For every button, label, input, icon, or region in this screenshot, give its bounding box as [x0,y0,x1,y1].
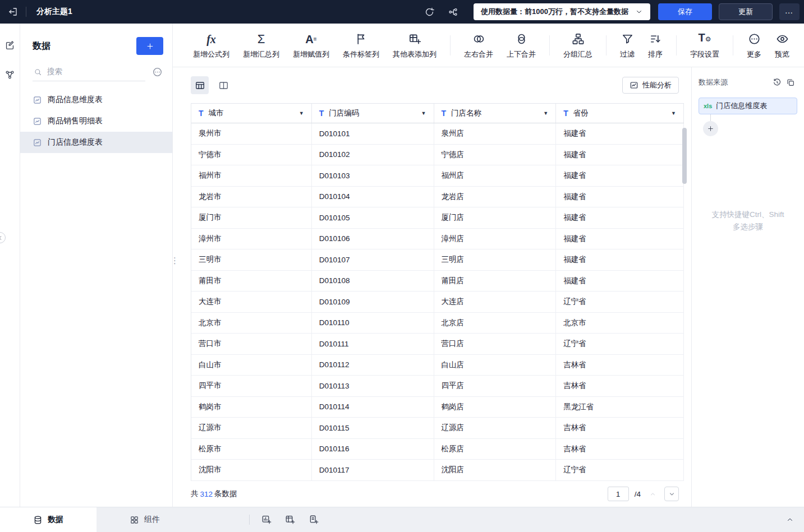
add-step-button[interactable] [703,121,718,136]
toolbar-more-circle-button[interactable]: 更多 [747,31,761,59]
performance-analysis-button[interactable]: 性能分析 [622,77,679,94]
table-cell: 福建省 [556,123,684,144]
toolbar-merge-lr-button[interactable]: 左右合并 [464,31,493,59]
column-header[interactable]: T城市▼ [191,104,312,123]
column-dropdown-icon[interactable]: ▼ [299,110,304,116]
column-header[interactable]: T门店名称▼ [434,104,557,123]
column-header[interactable]: T门店编码▼ [312,104,434,123]
flow-button[interactable] [444,3,461,20]
add-chart-button[interactable] [261,514,272,525]
table-cell: 宁德市 [191,145,312,165]
table-cell: D010116 [312,439,434,460]
reuse-button[interactable] [784,76,797,89]
assign-icon: A≡ [305,31,316,45]
sidebar-table-item[interactable]: 商品销售明细表 [20,110,172,132]
history-button[interactable] [770,76,784,89]
toolbar-tag-button[interactable]: 条件标签列 [343,31,379,59]
field-settings-icon: T⚙ [699,31,711,45]
table-cell: 北京店 [434,313,557,334]
toolbar-separator [676,35,677,55]
grid-view-icon [195,80,205,91]
table-cell: D010104 [312,187,434,207]
group-icon [572,31,585,45]
table-row: 泉州市D010101泉州店福建省 [191,123,684,145]
refresh-button[interactable] [421,3,438,20]
table-cell: 鹤岗店 [434,397,557,418]
page-input[interactable] [608,487,629,501]
table-cell: 三明店 [434,249,557,270]
toolbar-assign-button[interactable]: A≡新增赋值列 [293,31,329,59]
board-view-toggle[interactable] [214,76,232,94]
grid-view-toggle[interactable] [191,76,209,94]
edit-subject-button[interactable] [4,39,16,52]
toolbar-sigma-button[interactable]: Σ新增汇总列 [243,31,279,59]
table-cell: 三明市 [191,249,312,270]
sidebar-search-row: 搜索 [33,63,163,81]
table-cell: 松原店 [434,439,557,460]
add-table-button[interactable] [136,37,163,55]
table-cell: D010108 [312,271,434,292]
column-dropdown-icon[interactable]: ▼ [543,110,548,116]
components-icon [130,515,139,525]
exit-button[interactable] [0,0,26,24]
column-dropdown-icon[interactable]: ▼ [421,110,426,116]
table-cell: 福建省 [556,187,684,207]
toolbar-preview-button[interactable]: 预览 [775,31,789,59]
chevron-up-icon [786,516,794,524]
toolbar-field-settings-button[interactable]: T⚙字段设置 [690,31,719,59]
table-scrollbar[interactable] [682,128,687,184]
table-row: 宁德市D010102宁德店福建省 [191,145,684,166]
hint-line-1: 支持快捷键Ctrl、Shift [692,209,804,221]
table-cell: 福建省 [556,207,684,228]
text-field-icon: T [442,109,447,118]
data-limit-select[interactable]: 使用数据量：前1000万行，暂不支持全量数据 [474,3,650,20]
search-input[interactable]: 搜索 [33,63,145,81]
table-cell: 辽源店 [434,418,557,438]
column-header[interactable]: T省份▼ [556,104,684,123]
table-chart-icon [33,138,42,147]
table-cell: 漳州店 [434,229,557,249]
toolbar-formula-button[interactable]: fx新增公式列 [193,31,229,59]
data-connection-button[interactable] [4,68,16,81]
toolbar-merge-tb-button[interactable]: 上下合并 [507,31,536,59]
toolbar-filter-button[interactable]: 过滤 [620,31,635,59]
table-cell: 沈阳市 [191,460,312,480]
source-step-item[interactable]: xls 门店信息维度表 [699,98,797,114]
tab-database[interactable]: 数据 [0,507,97,532]
add-report-button[interactable] [308,514,319,525]
tab-components[interactable]: 组件 [97,507,193,532]
sidebar-title: 数据 [33,40,50,52]
source-step-label: 门店信息维度表 [716,101,767,111]
toolbar-separator [606,35,607,55]
topbar-more-button[interactable]: … [779,3,800,20]
toolbar-group-button[interactable]: 分组汇总 [563,31,592,59]
pagination: /4 [608,487,679,501]
save-button[interactable]: 保存 [658,3,712,20]
column-dropdown-icon[interactable]: ▼ [671,110,676,116]
table-cell: 泉州店 [434,123,557,144]
table-cell: D010101 [312,123,434,144]
table-cell: 吉林省 [556,418,684,438]
table-row: 北京市D010110北京店北京市 [191,313,684,334]
chevron-left-icon [0,235,3,241]
table-cell: D010112 [312,355,434,376]
sidebar-table-item[interactable]: 门店信息维度表 [20,132,172,153]
sort-icon [649,31,662,45]
update-button[interactable]: 更新 [719,3,773,20]
search-options-button[interactable] [151,66,163,78]
table-cell: 龙岩市 [191,187,312,207]
table-cell: 大连市 [191,292,312,312]
collapse-bottombar-button[interactable] [783,512,797,527]
page-down-button[interactable] [664,487,679,501]
toolbar-sort-button[interactable]: 排序 [648,31,663,59]
table-row: 莆田市D010108莆田店福建省 [191,271,684,292]
page-up-button[interactable] [646,488,659,500]
toolbar-table-add-button[interactable]: 其他表添加列 [393,31,437,59]
table-row: 大连市D010109大连店辽宁省 [191,292,684,313]
add-table-button[interactable] [284,514,296,525]
sidebar-table-item[interactable]: 商品信息维度表 [20,89,172,110]
table-cell: 福建省 [556,165,684,186]
doc-add-icon [309,515,319,525]
table-add-icon [408,31,421,45]
table-row: 鹤岗市D010114鹤岗店黑龙江省 [191,397,684,418]
